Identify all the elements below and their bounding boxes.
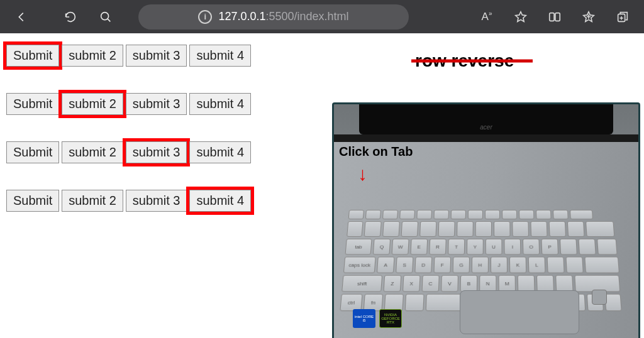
collections-button[interactable]	[572, 3, 605, 31]
url-host: 127.0.0.1	[218, 10, 265, 23]
submit-button-2[interactable]: submit 2	[62, 190, 123, 212]
submit-button-2[interactable]: submit 2	[62, 45, 123, 67]
url-port: :5500	[265, 10, 294, 23]
search-button[interactable]	[89, 3, 122, 31]
read-aloud-button[interactable]: A»	[470, 3, 503, 31]
tab-key: tab	[345, 239, 372, 255]
back-button[interactable]	[5, 3, 38, 31]
submit-button-4[interactable]: submit 4	[189, 45, 251, 67]
submit-button-3[interactable]: submit 3	[126, 45, 187, 67]
submit-button-3[interactable]: submit 3	[126, 190, 187, 212]
refresh-button[interactable]	[54, 3, 87, 31]
svg-rect-1	[550, 13, 554, 21]
red-arrow-icon: ↓	[358, 163, 367, 185]
submit-button-2[interactable]: submit 2	[62, 93, 123, 115]
favorite-button[interactable]	[504, 3, 537, 31]
intel-sticker: intel CORE i5	[353, 309, 375, 328]
button-row: Submit submit 2 submit 3 submit 4	[6, 45, 251, 67]
laptop-hinge	[334, 134, 638, 142]
button-row: Submit submit 2 submit 3 submit 4	[6, 190, 251, 212]
page-content: Submit submit 2 submit 3 submit 4 Submit…	[0, 33, 644, 338]
laptop-screen: acer	[359, 104, 613, 134]
click-on-tab-label: Click on Tab	[339, 144, 413, 159]
address-bar[interactable]: i 127.0.0.1:5500/index.html	[138, 4, 409, 30]
stickers: intel CORE i5 NVIDIA GEFORCE RTX	[353, 309, 402, 328]
submit-button-1[interactable]: Submit	[6, 190, 59, 212]
toolbar-right: A»	[470, 3, 639, 31]
button-rows: Submit submit 2 submit 3 submit 4 Submit…	[6, 45, 251, 238]
submit-button-1[interactable]: Submit	[6, 45, 59, 67]
submit-button-2[interactable]: submit 2	[62, 141, 123, 163]
submit-button-4[interactable]: submit 4	[189, 93, 251, 115]
strike-heading: row reverse	[415, 51, 514, 71]
fingerprint-reader	[592, 290, 607, 305]
split-screen-button[interactable]	[538, 3, 571, 31]
nvidia-sticker: NVIDIA GEFORCE RTX	[379, 309, 402, 328]
submit-button-3[interactable]: submit 3	[126, 93, 187, 115]
submit-button-1[interactable]: Submit	[6, 141, 59, 163]
button-row: Submit submit 2 submit 3 submit 4	[6, 93, 251, 115]
button-row: Submit submit 2 submit 3 submit 4	[6, 141, 251, 163]
url-path: /index.html	[294, 10, 349, 23]
submit-button-3[interactable]: submit 3	[126, 141, 187, 163]
svg-point-0	[101, 12, 109, 19]
laptop-body: tab QWERTYUIOP caps lock ASDFGHJKL shift…	[334, 142, 638, 338]
trackpad	[460, 290, 579, 334]
site-info-icon[interactable]: i	[198, 10, 212, 24]
laptop-photo: acer tab QWERTYUIOP caps lock ASDFGHJKL	[332, 102, 640, 338]
submit-button-1[interactable]: Submit	[6, 93, 59, 115]
url-text: 127.0.0.1:5500/index.html	[218, 10, 348, 23]
browser-toolbar: i 127.0.0.1:5500/index.html A»	[0, 0, 644, 33]
copy-tab-button[interactable]	[606, 3, 639, 31]
submit-button-4[interactable]: submit 4	[189, 190, 251, 212]
submit-button-4[interactable]: submit 4	[189, 141, 251, 163]
svg-rect-2	[555, 13, 560, 21]
